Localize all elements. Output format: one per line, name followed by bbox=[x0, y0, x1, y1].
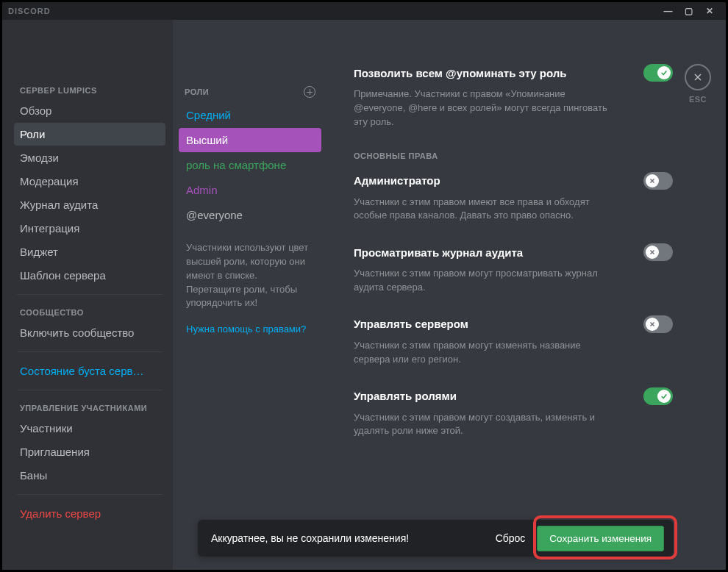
sidebar-item-widget[interactable]: Виджет bbox=[14, 240, 165, 263]
sidebar-item-delete-server[interactable]: Удалить сервер bbox=[14, 502, 165, 525]
sidebar-cat-server: СЕРВЕР LUMPICS bbox=[20, 86, 165, 95]
divider bbox=[17, 390, 163, 390]
perm-title-label: Просматривать журнал аудита bbox=[354, 246, 523, 259]
role-item[interactable]: Средний bbox=[179, 103, 321, 127]
roles-header: РОЛИ bbox=[179, 64, 321, 102]
unsaved-message: Аккуратнее, вы не сохранили изменения! bbox=[207, 532, 484, 544]
check-icon bbox=[657, 390, 671, 403]
sidebar-item-enable-community[interactable]: Включить сообщество bbox=[14, 321, 165, 344]
perm-manage-roles: Управлять ролями Участники с этим правом… bbox=[354, 387, 673, 439]
sidebar-item-invites[interactable]: Приглашения bbox=[14, 440, 165, 463]
perm-section-header: ОСНОВНЫЕ ПРАВА bbox=[354, 151, 673, 160]
check-icon bbox=[657, 66, 671, 79]
roles-column: РОЛИ Средний Высший роль на смартфоне Ad… bbox=[173, 20, 327, 570]
perm-view-audit-log: Просматривать журнал аудита Участники с … bbox=[354, 243, 673, 295]
titlebar: DISCORD — ▢ ✕ bbox=[2, 2, 726, 20]
sidebar-item-moderation[interactable]: Модерация bbox=[14, 170, 165, 193]
sidebar-item-template[interactable]: Шаблон сервера bbox=[14, 264, 165, 287]
sidebar-item-audit[interactable]: Журнал аудита bbox=[14, 193, 165, 216]
perm-title-label: Позволить всем @упоминать эту роль bbox=[354, 67, 567, 79]
perm-desc: Участники с этим правом могут изменять н… bbox=[354, 339, 618, 367]
sidebar-item-overview[interactable]: Обзор bbox=[14, 99, 165, 122]
permissions-panel: Позволить всем @упоминать эту роль Приме… bbox=[327, 20, 726, 570]
role-item-selected[interactable]: Высший bbox=[179, 128, 321, 152]
perm-allow-mention: Позволить всем @упоминать эту роль Приме… bbox=[354, 64, 673, 129]
close-button[interactable] bbox=[685, 64, 711, 90]
divider bbox=[17, 351, 163, 352]
roles-header-label: РОЛИ bbox=[185, 87, 209, 96]
toggle-view-audit-log[interactable] bbox=[643, 243, 673, 261]
divider bbox=[17, 494, 163, 495]
perm-title-label: Администратор bbox=[354, 174, 440, 187]
role-item[interactable]: роль на смартфоне bbox=[179, 153, 321, 177]
perm-desc: Участники с этим правом имеют все права … bbox=[354, 196, 618, 224]
sidebar-item-integration[interactable]: Интеграция bbox=[14, 217, 165, 240]
close-settings: ESC bbox=[685, 64, 711, 104]
settings-content: СЕРВЕР LUMPICS Обзор Роли Эмодзи Модерац… bbox=[2, 20, 726, 570]
roles-help-link[interactable]: Нужна помощь с правами? bbox=[179, 310, 321, 348]
perm-desc: Участники с этим правом могут создавать,… bbox=[354, 411, 618, 439]
unsaved-changes-bar: Аккуратнее, вы не сохранили изменения! С… bbox=[198, 520, 673, 557]
close-icon bbox=[692, 71, 704, 83]
window-minimize-icon[interactable]: — bbox=[658, 3, 679, 19]
roles-hint-text: Участники используют цвет высшей роли, к… bbox=[179, 228, 321, 310]
perm-title-label: Управлять сервером bbox=[354, 318, 468, 330]
sidebar-item-roles[interactable]: Роли bbox=[14, 123, 165, 146]
sidebar-item-bans[interactable]: Баны bbox=[14, 464, 165, 487]
sidebar-item-emoji[interactable]: Эмодзи bbox=[14, 146, 165, 169]
x-icon bbox=[646, 246, 659, 259]
settings-sidebar: СЕРВЕР LUMPICS Обзор Роли Эмодзи Модерац… bbox=[2, 20, 173, 570]
reset-button[interactable]: Сброс bbox=[484, 532, 538, 544]
sidebar-item-members[interactable]: Участники bbox=[14, 417, 165, 440]
x-icon bbox=[646, 318, 659, 331]
divider bbox=[17, 294, 163, 295]
perm-desc: Участники с этим правом могут просматрив… bbox=[354, 267, 618, 295]
perm-desc: Примечание. Участники с правом «Упоминан… bbox=[354, 87, 618, 129]
add-role-icon[interactable] bbox=[304, 86, 315, 98]
unsaved-changes-bar-wrapper: Аккуратнее, вы не сохранили изменения! С… bbox=[198, 520, 673, 557]
perm-manage-server: Управлять сервером Участники с этим прав… bbox=[354, 315, 673, 367]
window-close-icon[interactable]: ✕ bbox=[699, 3, 720, 19]
toggle-allow-mention[interactable] bbox=[643, 64, 673, 82]
perm-title-label: Управлять ролями bbox=[354, 390, 457, 402]
x-icon bbox=[646, 174, 659, 187]
window-maximize-icon[interactable]: ▢ bbox=[679, 3, 699, 19]
toggle-manage-server[interactable] bbox=[643, 315, 673, 333]
role-item[interactable]: @everyone bbox=[179, 203, 321, 227]
sidebar-item-boost-status[interactable]: Состояние буста серв… bbox=[14, 360, 165, 382]
role-item[interactable]: Admin bbox=[179, 178, 321, 202]
sidebar-cat-community: СООБЩЕСТВО bbox=[20, 308, 165, 317]
perm-administrator: Администратор Участники с этим правом им… bbox=[354, 172, 673, 224]
toggle-manage-roles[interactable] bbox=[643, 387, 673, 405]
save-changes-button[interactable]: Сохранить изменения bbox=[537, 526, 664, 551]
app-window: DISCORD — ▢ ✕ СЕРВЕР LUMPICS Обзор Роли … bbox=[0, 0, 728, 572]
sidebar-cat-members: УПРАВЛЕНИЕ УЧАСТНИКАМИ bbox=[20, 404, 165, 412]
brand-wordmark: DISCORD bbox=[8, 7, 51, 15]
esc-label: ESC bbox=[685, 95, 711, 104]
toggle-administrator[interactable] bbox=[643, 172, 673, 190]
